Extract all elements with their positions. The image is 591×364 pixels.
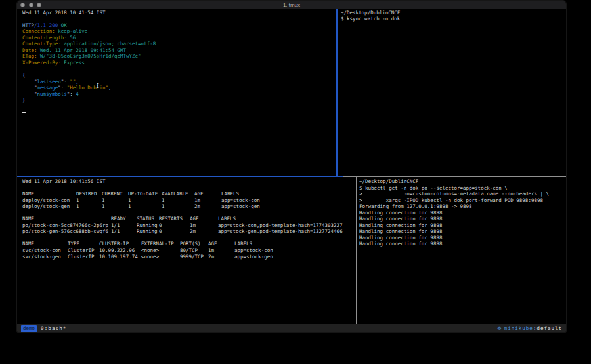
cell: 1/1 (111, 222, 120, 229)
json-key: numsymbols (37, 91, 67, 97)
pane-divider-horizontal[interactable] (343, 176, 567, 177)
cell: 2m (190, 228, 196, 235)
session-name-badge[interactable]: demo (21, 325, 37, 333)
json-comma: , (108, 85, 112, 91)
col-header: CLUSTER-IP (99, 241, 129, 247)
http-header-name: X-Powered-By: (22, 60, 64, 66)
cell: 1 (76, 197, 79, 204)
cell: 1 (162, 197, 165, 204)
cell: deploy/stock-gen (22, 203, 70, 210)
terminal-cursor (22, 112, 26, 113)
table-row: deploy/stock-gen11112mapp=stock-gen (22, 203, 354, 210)
http-header-value: W/"38-05coCsrg3mQ75sHr1d/qcMTwYZc" (40, 53, 141, 59)
col-header: CURRENT (102, 191, 123, 197)
cell: <none> (141, 247, 159, 254)
cell: 1 (162, 203, 165, 210)
json-number-value: 4 (76, 91, 79, 97)
http-reason: OK (61, 22, 67, 28)
command-continuation-line: > xargs -IPOD kubectl -n dok port-forwar… (359, 197, 564, 204)
col-header: DESIRED (76, 191, 97, 197)
output-line: Handling connection for 9898 (359, 228, 564, 235)
cell: 1 (102, 197, 105, 204)
http-header-name: Connection: (22, 28, 58, 34)
col-header: AGE (190, 216, 199, 222)
tmux-status-bar: demo 0:bash* ☸minikube:default (17, 324, 566, 333)
window-titlebar[interactable]: 1. tmux (17, 1, 566, 9)
terminal-window: 1. tmux Wed 11 Apr 2018 10:41:54 IST HTT… (16, 0, 567, 333)
services-header-row: NAMETYPECLUSTER-IPEXTERNAL-IPPORT(S)AGEL… (22, 241, 354, 247)
col-header: PORT(S) (180, 241, 201, 247)
kube-context: minikube (504, 325, 533, 331)
col-header: AGE (194, 191, 204, 197)
col-header: LABELS (234, 241, 252, 247)
output-line: Handling connection for 9898 (359, 235, 564, 241)
http-header-line: Content-Length:56 (22, 35, 335, 41)
json-key: lastseen (37, 79, 61, 85)
http-version-status: /1.1 200 (34, 22, 61, 28)
status-left: demo 0:bash* (21, 324, 66, 333)
cell: po/stock-gen-576cc688bb-swqf6 (22, 228, 108, 235)
http-header-value: 56 (70, 35, 76, 41)
table-row: po/stock-con-5cc874766c-2p6rp1/1Running0… (22, 222, 354, 229)
json-indent: " (22, 91, 37, 97)
json-field-line: "lastseen": "", (22, 79, 335, 85)
col-header: RESTARTS (159, 216, 183, 222)
col-header: AVAILABLE (162, 191, 188, 197)
col-header: UP-TO-DATE (128, 191, 158, 197)
http-protocol: HTTP (22, 22, 34, 28)
col-header: READY (111, 216, 126, 222)
command-continuation-line: > -o=custom-columns=:metadata.name --no-… (359, 191, 564, 197)
cell: 10.99.222.96 (99, 247, 135, 254)
json-separator: ": (67, 91, 76, 97)
output-line: Handling connection for 9898 (359, 241, 564, 247)
cell: 0 (159, 228, 162, 235)
cell: app=stock-con,pod-template-hash=17743032… (218, 222, 343, 229)
window-title: 1. tmux (17, 1, 566, 9)
http-header-name: Content-Length: (22, 35, 70, 41)
col-header: NAME (22, 216, 34, 222)
json-field-line: "numsymbols": 4 (22, 91, 335, 98)
output-line: Handling connection for 9898 (359, 216, 564, 222)
http-header-name: Content-Type: (22, 41, 64, 47)
cell: <none> (141, 254, 159, 260)
json-close-brace: } (22, 97, 335, 104)
cell: ClusterIP (68, 247, 95, 254)
pane-divider-horizontal-active[interactable] (17, 176, 343, 177)
cell: app=stock-con (221, 197, 260, 204)
http-header-name: Date: (22, 47, 40, 53)
http-header-line: X-Powered-By:Express (22, 60, 335, 66)
json-separator: ": (58, 85, 67, 91)
json-indent: " (22, 85, 37, 91)
cwd-line: ~/Desktop/DublinCNCF (359, 178, 564, 185)
cell: 0 (159, 222, 162, 229)
cell: 1 (102, 203, 105, 210)
table-row: deploy/stock-con11111mapp=stock-con (22, 197, 354, 204)
pane-port-forward[interactable]: ~/Desktop/DublinCNCF $ kubectl get -n do… (359, 178, 564, 247)
pane-ksync[interactable]: ~/Desktop/DublinCNCF $ ksync watch -n do… (341, 10, 564, 22)
mouse-ibeam-cursor: I (96, 82, 100, 89)
cell: deploy/stock-con (22, 197, 70, 204)
cell: 1/1 (111, 228, 120, 235)
col-header: TYPE (68, 241, 79, 247)
pane-divider-vertical-top[interactable] (336, 9, 338, 176)
cell: 2m (194, 203, 200, 210)
http-header-value: keep-alive (58, 28, 87, 34)
http-header-line: ETag:W/"38-05coCsrg3mQ75sHr1d/qcMTwYZc" (22, 53, 335, 60)
cell: app=stock-con (234, 247, 273, 254)
json-field-line: "message": "Hello Dublin", (22, 85, 335, 91)
pane-kubectl-resources[interactable]: Wed 11 Apr 2018 10:41:56 IST NAMEDESIRED… (22, 178, 354, 260)
cell: app=stock-gen (234, 254, 273, 260)
command-line: $ ksync watch -n dok (341, 16, 564, 22)
pane-divider-vertical-bottom[interactable] (356, 177, 357, 324)
cell: 80/TCP (180, 247, 198, 254)
cell: 1 (128, 197, 131, 204)
cell: ClusterIP (68, 254, 95, 260)
status-right: ☸minikube:default (497, 324, 562, 333)
pane-http-output[interactable]: Wed 11 Apr 2018 10:41:54 IST HTTP/1.1 20… (22, 10, 335, 104)
http-header-line: Connection:keep-alive (22, 28, 335, 35)
http-header-value: application/json; charset=utf-8 (64, 41, 156, 47)
cell: 1 (76, 203, 79, 210)
timestamp-line: Wed 11 Apr 2018 10:41:56 IST (22, 178, 354, 185)
tmux-window-label[interactable]: 0:bash* (41, 324, 66, 333)
json-indent: " (22, 79, 37, 85)
